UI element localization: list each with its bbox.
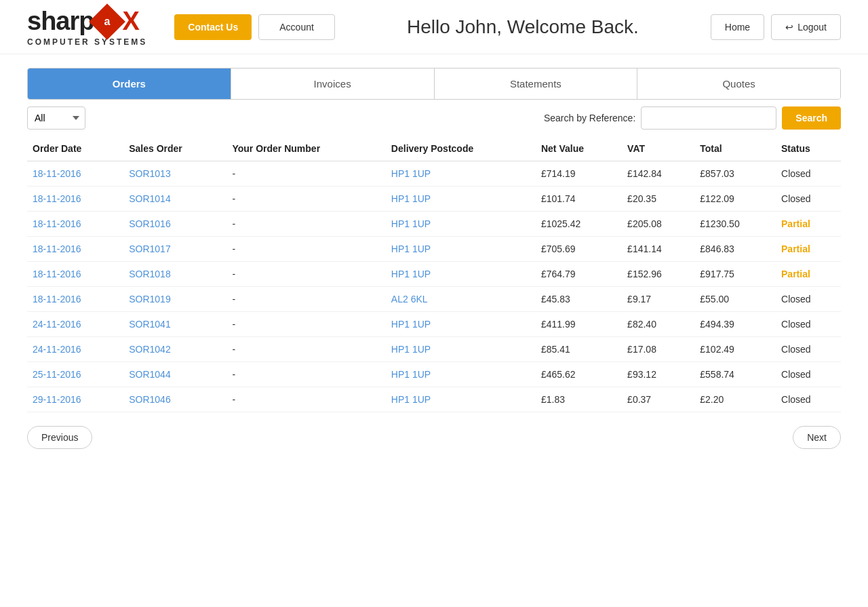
- search-button[interactable]: Search: [782, 106, 841, 130]
- cell-postcode[interactable]: HP1 1UP: [386, 212, 536, 237]
- cell-sales-order[interactable]: SOR1014: [123, 187, 226, 212]
- cell-total: £2.20: [694, 387, 776, 412]
- next-button[interactable]: Next: [793, 426, 841, 449]
- cell-sales-order[interactable]: SOR1018: [123, 262, 226, 287]
- table-row: 29-11-2016 SOR1046 - HP1 1UP £1.83 £0.37…: [27, 387, 841, 412]
- nav-buttons: Contact Us Account: [174, 14, 335, 40]
- cell-postcode[interactable]: HP1 1UP: [386, 262, 536, 287]
- table-header: Order Date Sales Order Your Order Number…: [27, 136, 841, 161]
- tab-statements[interactable]: Statements: [435, 68, 638, 99]
- cell-postcode[interactable]: HP1 1UP: [386, 337, 536, 362]
- cell-status: Partial: [776, 262, 841, 287]
- cell-your-order: -: [226, 187, 385, 212]
- cell-net-value: £1.83: [536, 387, 622, 412]
- cell-vat: £141.14: [622, 237, 694, 262]
- cell-vat: £93.12: [622, 362, 694, 387]
- cell-vat: £205.08: [622, 212, 694, 237]
- cell-your-order: -: [226, 312, 385, 337]
- table-body: 18-11-2016 SOR1013 - HP1 1UP £714.19 £14…: [27, 161, 841, 412]
- logout-button[interactable]: ↩ Logout: [771, 14, 841, 40]
- logout-label: Logout: [797, 22, 827, 33]
- cell-sales-order[interactable]: SOR1041: [123, 312, 226, 337]
- cell-your-order: -: [226, 237, 385, 262]
- cell-status: Closed: [776, 312, 841, 337]
- filter-select[interactable]: All Open Closed Partial: [27, 106, 85, 130]
- cell-order-date: 18-11-2016: [27, 187, 123, 212]
- contact-button[interactable]: Contact Us: [174, 14, 252, 40]
- cell-net-value: £1025.42: [536, 212, 622, 237]
- table-row: 18-11-2016 SOR1014 - HP1 1UP £101.74 £20…: [27, 187, 841, 212]
- cell-order-date: 18-11-2016: [27, 287, 123, 312]
- col-vat: VAT: [622, 136, 694, 161]
- cell-sales-order[interactable]: SOR1016: [123, 212, 226, 237]
- home-button[interactable]: Home: [711, 14, 764, 40]
- cell-postcode[interactable]: HP1 1UP: [386, 161, 536, 187]
- cell-postcode[interactable]: HP1 1UP: [386, 387, 536, 412]
- cell-status: Closed: [776, 187, 841, 212]
- table-row: 25-11-2016 SOR1044 - HP1 1UP £465.62 £93…: [27, 362, 841, 387]
- cell-postcode[interactable]: AL2 6KL: [386, 287, 536, 312]
- cell-order-date: 18-11-2016: [27, 262, 123, 287]
- cell-postcode[interactable]: HP1 1UP: [386, 312, 536, 337]
- previous-button[interactable]: Previous: [27, 426, 92, 449]
- cell-status: Partial: [776, 237, 841, 262]
- top-right-nav: Home ↩ Logout: [711, 14, 841, 40]
- pagination: Previous Next: [27, 426, 841, 449]
- cell-postcode[interactable]: HP1 1UP: [386, 237, 536, 262]
- cell-sales-order[interactable]: SOR1042: [123, 337, 226, 362]
- cell-vat: £0.37: [622, 387, 694, 412]
- cell-postcode[interactable]: HP1 1UP: [386, 362, 536, 387]
- cell-total: £494.39: [694, 312, 776, 337]
- cell-total: £857.03: [694, 161, 776, 187]
- logo-sharp: sharp: [27, 7, 94, 36]
- cell-sales-order[interactable]: SOR1046: [123, 387, 226, 412]
- cell-order-date: 25-11-2016: [27, 362, 123, 387]
- cell-postcode[interactable]: HP1 1UP: [386, 187, 536, 212]
- cell-status: Closed: [776, 337, 841, 362]
- cell-vat: £142.84: [622, 161, 694, 187]
- logo-subtitle: COMPUTER SYSTEMS: [27, 37, 147, 47]
- cell-sales-order[interactable]: SOR1019: [123, 287, 226, 312]
- logo-diamond: a: [90, 3, 126, 40]
- cell-your-order: -: [226, 262, 385, 287]
- cell-net-value: £411.99: [536, 312, 622, 337]
- cell-vat: £152.96: [622, 262, 694, 287]
- cell-status: Closed: [776, 362, 841, 387]
- cell-vat: £9.17: [622, 287, 694, 312]
- cell-total: £55.00: [694, 287, 776, 312]
- col-your-order: Your Order Number: [226, 136, 385, 161]
- cell-vat: £82.40: [622, 312, 694, 337]
- cell-order-date: 24-11-2016: [27, 337, 123, 362]
- cell-order-date: 18-11-2016: [27, 212, 123, 237]
- cell-sales-order[interactable]: SOR1044: [123, 362, 226, 387]
- search-input[interactable]: [641, 106, 776, 130]
- cell-your-order: -: [226, 387, 385, 412]
- cell-sales-order[interactable]: SOR1013: [123, 161, 226, 187]
- cell-net-value: £764.79: [536, 262, 622, 287]
- cell-status: Closed: [776, 287, 841, 312]
- filter-row: All Open Closed Partial Search by Refere…: [27, 106, 841, 130]
- cell-your-order: -: [226, 362, 385, 387]
- tab-orders[interactable]: Orders: [28, 68, 231, 99]
- cell-order-date: 18-11-2016: [27, 237, 123, 262]
- cell-your-order: -: [226, 212, 385, 237]
- table-row: 18-11-2016 SOR1019 - AL2 6KL £45.83 £9.1…: [27, 287, 841, 312]
- logo-a-letter: a: [104, 16, 111, 28]
- cell-order-date: 18-11-2016: [27, 161, 123, 187]
- cell-vat: £17.08: [622, 337, 694, 362]
- table-row: 24-11-2016 SOR1042 - HP1 1UP £85.41 £17.…: [27, 337, 841, 362]
- welcome-message: Hello John, Welcome Back.: [335, 16, 711, 38]
- table-row: 18-11-2016 SOR1017 - HP1 1UP £705.69 £14…: [27, 237, 841, 262]
- logo-area: sharp a X COMPUTER SYSTEMS: [27, 7, 147, 47]
- col-sales-order: Sales Order: [123, 136, 226, 161]
- search-area: Search by Reference: Search: [544, 106, 841, 130]
- account-button[interactable]: Account: [258, 14, 335, 40]
- tab-invoices[interactable]: Invoices: [231, 68, 435, 99]
- cell-total: £846.83: [694, 237, 776, 262]
- cell-vat: £20.35: [622, 187, 694, 212]
- cell-total: £102.49: [694, 337, 776, 362]
- cell-sales-order[interactable]: SOR1017: [123, 237, 226, 262]
- cell-order-date: 29-11-2016: [27, 387, 123, 412]
- tab-quotes[interactable]: Quotes: [637, 68, 840, 99]
- cell-net-value: £101.74: [536, 187, 622, 212]
